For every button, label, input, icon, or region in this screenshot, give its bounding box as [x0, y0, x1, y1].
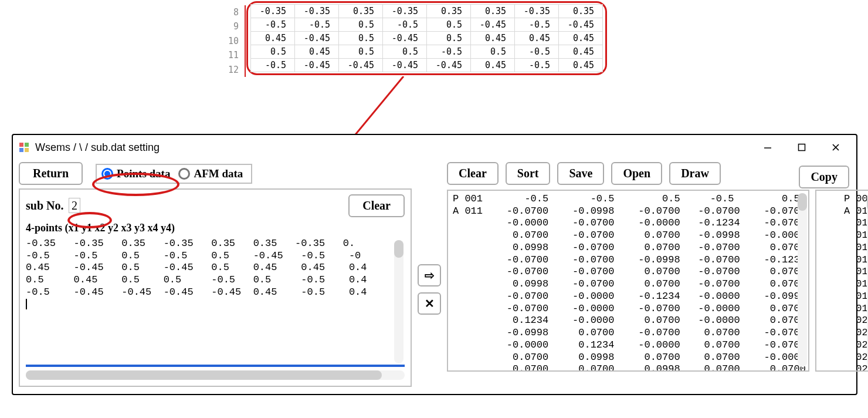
- svg-rect-1: [19, 143, 23, 147]
- cell: -0.45: [471, 18, 515, 32]
- svg-rect-3: [19, 148, 23, 152]
- cell: 0.45: [559, 32, 603, 45]
- maximize-button[interactable]: [793, 139, 811, 156]
- cell: 0.45: [559, 59, 603, 72]
- cell: -0.45: [383, 32, 427, 45]
- output-text-content: P 001 -0.5 -0.5 0.5 -0.5 0.5 A 011 -0.07…: [453, 193, 806, 372]
- points-data-radio[interactable]: Points data: [101, 167, 170, 180]
- points-scrollbar-vertical[interactable]: [394, 240, 404, 363]
- cell: 0.5: [339, 32, 383, 45]
- cell: 0.45: [559, 45, 603, 59]
- cell: 0.35: [339, 5, 383, 18]
- cell: -0.5: [515, 59, 559, 72]
- cell: -0.45: [427, 59, 471, 72]
- index-text-content: P 001 A 011 012 013 014 015 016 017 018 …: [844, 193, 868, 372]
- app-icon: [19, 142, 29, 153]
- cell: -0.35: [295, 5, 339, 18]
- clear-points-button[interactable]: Clear: [348, 194, 405, 217]
- cell: 0.45: [295, 45, 339, 59]
- cell: -0.45: [339, 59, 383, 72]
- window-title: Wsems / \ / sub.dat setting: [35, 141, 160, 154]
- transfer-right-button[interactable]: ⇨: [418, 264, 441, 286]
- cell: 0.5: [339, 45, 383, 59]
- cell: 0.5: [427, 32, 471, 45]
- cell: 0.45: [471, 32, 515, 45]
- sub-no-input[interactable]: 2: [69, 198, 80, 213]
- cell: 0.45: [251, 32, 295, 45]
- sub-no-label: sub No.: [26, 199, 63, 212]
- cell: -0.5: [383, 18, 427, 32]
- titlebar: Wsems / \ / sub.dat setting: [13, 135, 856, 160]
- cell: -0.45: [295, 32, 339, 45]
- return-button[interactable]: Return: [19, 162, 83, 185]
- cell: -0.5: [295, 18, 339, 32]
- afm-data-label: AFM data: [194, 167, 243, 180]
- svg-rect-6: [799, 144, 805, 151]
- cell: 0.45: [471, 59, 515, 72]
- open-button[interactable]: Open: [611, 162, 662, 185]
- clear-button[interactable]: Clear: [447, 162, 499, 185]
- cell: 0.5: [339, 18, 383, 32]
- cell: -0.35: [251, 5, 295, 18]
- cell: -0.5: [515, 18, 559, 32]
- svg-rect-4: [25, 148, 29, 152]
- cell: 0.5: [251, 45, 295, 59]
- cell: -0.45: [383, 59, 427, 72]
- output-textbox[interactable]: P 001 -0.5 -0.5 0.5 -0.5 0.5 A 011 -0.07…: [447, 190, 809, 372]
- points-scrollbar-horizontal[interactable]: [26, 370, 405, 380]
- close-window-button[interactable]: [827, 139, 845, 156]
- cell: -0.35: [383, 5, 427, 18]
- cell: -0.45: [295, 59, 339, 72]
- copy-button[interactable]: Copy: [799, 166, 849, 188]
- cell: -0.5: [427, 45, 471, 59]
- points-text-content: -0.35 -0.35 0.35 -0.35 0.35 0.35 -0.35 0…: [26, 238, 367, 298]
- cell: 0.5: [383, 45, 427, 59]
- remove-button[interactable]: ✕: [418, 292, 441, 315]
- svg-rect-2: [25, 143, 29, 147]
- save-button[interactable]: Save: [557, 162, 604, 185]
- output-scrollbar-vertical[interactable]: [798, 193, 807, 367]
- afm-data-radio[interactable]: AFM data: [178, 167, 243, 180]
- cell: -0.5: [515, 45, 559, 59]
- cell: 0.5: [427, 18, 471, 32]
- draw-button[interactable]: Draw: [669, 162, 721, 185]
- points-textarea[interactable]: -0.35 -0.35 0.35 -0.35 0.35 0.35 -0.35 0…: [26, 238, 405, 367]
- minimize-button[interactable]: [759, 139, 777, 156]
- cell: -0.5: [251, 18, 295, 32]
- cell: -0.35: [515, 5, 559, 18]
- points-panel: sub No. 2 Clear 4-points (x1 y1 x2 y2 x3…: [19, 188, 412, 387]
- index-textbox[interactable]: P 001 A 011 012 013 014 015 016 017 018 …: [815, 190, 868, 372]
- sort-button[interactable]: Sort: [506, 162, 551, 185]
- cell: 0.5: [471, 45, 515, 59]
- spreadsheet-excerpt: 89101112 -0.35-0.350.35-0.350.350.35-0.3…: [246, 1, 607, 75]
- cell: 0.35: [559, 5, 603, 18]
- cell: 0.35: [471, 5, 515, 18]
- cell: 0.35: [427, 5, 471, 18]
- cell: 0.45: [515, 32, 559, 45]
- points-data-label: Points data: [117, 167, 170, 180]
- app-window: Wsems / \ / sub.dat setting Return Point…: [12, 134, 857, 395]
- four-points-label: 4-points (x1 y1 x2 y2 x3 y3 x4 y4): [26, 222, 405, 234]
- data-type-radiogroup: Points data AFM data: [96, 164, 252, 184]
- cell: -0.5: [251, 59, 295, 72]
- cell: -0.45: [559, 18, 603, 32]
